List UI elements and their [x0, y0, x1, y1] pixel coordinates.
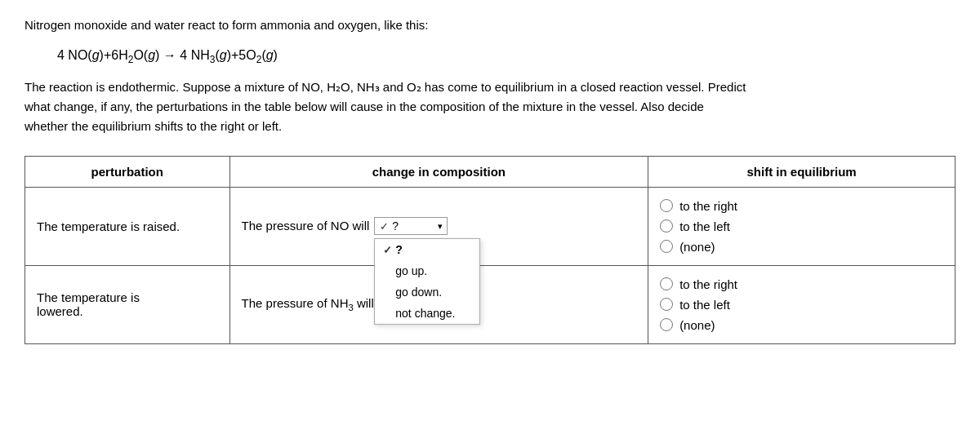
- row1-radio-right-input[interactable]: [660, 199, 673, 212]
- popup-item-go-down[interactable]: ✓ go down.: [375, 281, 479, 303]
- description: The reaction is endothermic. Suppose a m…: [24, 78, 956, 136]
- row2-radio-right-input[interactable]: [660, 277, 673, 290]
- header-shift: shift in equilibrium: [648, 156, 956, 187]
- row1-composition: The pressure of NO will ✓ ? ✓ ?: [229, 187, 648, 265]
- row2-composition-label: The pressure of NH3 will: [242, 294, 374, 315]
- header-composition: change in composition: [229, 156, 648, 187]
- row1-radio-left-label: to the left: [679, 219, 730, 233]
- row1-radio-group: to the right to the left (none): [660, 196, 943, 257]
- row1-radio-right-label: to the right: [679, 199, 737, 213]
- popup-label-not-change: not change.: [395, 307, 455, 320]
- popup-label-question: ?: [395, 243, 403, 256]
- row1-composition-area: The pressure of NO will ✓ ? ✓ ?: [242, 217, 637, 236]
- equation: 4 NO(g)+6H2O(g) → 4 NH3(g)+5O2(g): [57, 45, 956, 68]
- row1-radio-none[interactable]: (none): [660, 240, 943, 254]
- intro-line1: Nitrogen monoxide and water react to for…: [24, 16, 956, 35]
- row1-radio-left[interactable]: to the left: [660, 219, 943, 233]
- popup-label-go-down: go down.: [395, 286, 442, 299]
- row2-shift: to the right to the left (none): [648, 265, 956, 343]
- row2-radio-group: to the right to the left (none): [660, 274, 943, 335]
- row1-checkmark: ✓: [380, 220, 389, 232]
- row1-radio-none-input[interactable]: [660, 240, 673, 253]
- row1-composition-label: The pressure of NO will: [242, 217, 370, 236]
- row1-dropdown-popup: ✓ ? ✓ go up. ✓ go down.: [374, 238, 480, 325]
- row1-selected-value: ?: [392, 219, 399, 232]
- row1-select-area: ✓ ? ✓ ? ✓ go up.: [374, 217, 448, 235]
- header-perturbation: perturbation: [25, 156, 230, 187]
- popup-item-go-up[interactable]: ✓ go up.: [375, 260, 479, 281]
- row2-perturbation: The temperature islowered.: [25, 265, 230, 343]
- row2-radio-right[interactable]: to the right: [660, 277, 943, 291]
- row1-radio-left-input[interactable]: [660, 219, 673, 232]
- row2-radio-none-input[interactable]: [660, 318, 673, 331]
- row2-radio-none-label: (none): [679, 318, 715, 332]
- row2-radio-left-label: to the left: [679, 298, 730, 312]
- popup-label-go-up: go up.: [395, 264, 427, 277]
- popup-item-question[interactable]: ✓ ?: [375, 239, 479, 260]
- row2-radio-left-input[interactable]: [660, 298, 673, 311]
- popup-check-question: ✓: [383, 244, 392, 256]
- row1-radio-none-label: (none): [679, 240, 715, 254]
- row2-radio-left[interactable]: to the left: [660, 298, 943, 312]
- popup-item-not-change[interactable]: ✓ not change.: [375, 303, 479, 324]
- row2-radio-right-label: to the right: [679, 277, 737, 291]
- table-row-2: The temperature islowered. The pressure …: [25, 265, 956, 343]
- row1-dropdown-trigger[interactable]: ✓ ?: [374, 217, 448, 235]
- equilibrium-table: perturbation change in composition shift…: [24, 156, 956, 344]
- row1-radio-right[interactable]: to the right: [660, 199, 943, 213]
- row2-radio-none[interactable]: (none): [660, 318, 943, 332]
- row1-perturbation: The temperature is raised.: [25, 187, 230, 265]
- row1-shift: to the right to the left (none): [648, 187, 956, 265]
- table-row-1: The temperature is raised. The pressure …: [25, 187, 956, 265]
- table-header-row: perturbation change in composition shift…: [25, 156, 956, 187]
